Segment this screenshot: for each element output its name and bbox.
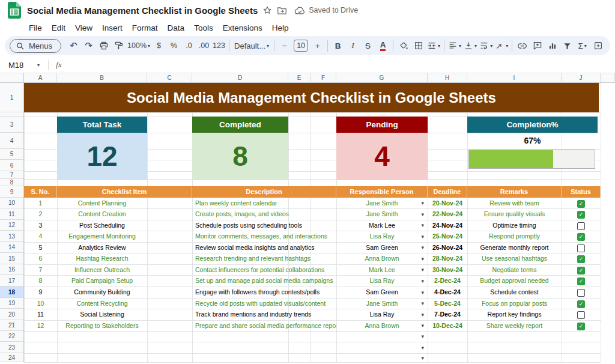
menus-button[interactable]: Menus	[10, 39, 61, 53]
responsible-person-cell[interactable]: Jane Smith▾	[336, 198, 428, 208]
column-header-a[interactable]: A	[24, 73, 57, 83]
responsible-person-cell[interactable]: Sam Green▾	[336, 287, 428, 298]
responsible-person-cell[interactable]: ▾	[336, 353, 428, 362]
row-header[interactable]: 20	[0, 309, 24, 320]
description-cell[interactable]: Engage with followers through contests/p…	[192, 287, 336, 298]
status-cell[interactable]: ✓	[562, 198, 601, 208]
deadline-cell[interactable]: 2-Dec-24	[428, 275, 467, 287]
deadline-cell[interactable]: 25-Nov-24	[428, 231, 467, 242]
remarks-cell[interactable]: Share weekly report	[467, 320, 562, 331]
column-header-f[interactable]: F	[311, 73, 336, 83]
status-cell[interactable]: ✓	[562, 298, 601, 309]
description-cell[interactable]: Monitor comments, messages, and interact…	[192, 231, 336, 242]
status-cell[interactable]: ✓	[562, 264, 601, 275]
italic-button[interactable]: I	[345, 38, 360, 53]
row-header[interactable]: 4	[0, 133, 24, 149]
status-cell[interactable]: ✓	[562, 253, 601, 264]
table-header-sno[interactable]: S. No.	[24, 186, 57, 198]
column-header-c[interactable]: C	[147, 73, 192, 83]
person-dropdown-icon[interactable]: ▾	[421, 222, 424, 228]
sno-cell[interactable]: 8	[24, 275, 57, 287]
person-dropdown-icon[interactable]: ▾	[421, 290, 424, 296]
person-dropdown-icon[interactable]: ▾	[421, 333, 424, 339]
undo-button[interactable]: ↶	[66, 38, 81, 53]
menu-tools[interactable]: Tools	[189, 22, 218, 34]
description-cell[interactable]: Contact influencers for potential collab…	[192, 264, 336, 275]
status-cell[interactable]: ✓	[562, 275, 601, 287]
menu-format[interactable]: Format	[127, 22, 163, 34]
deadline-cell[interactable]: 22-Nov-24	[428, 208, 467, 220]
person-dropdown-icon[interactable]: ▾	[421, 323, 424, 329]
responsible-person-cell[interactable]: Anna Brown▾	[336, 320, 428, 331]
checklist-item-cell[interactable]: Content Planning	[57, 198, 147, 208]
horizontal-align-button[interactable]: ▾	[447, 38, 462, 53]
menu-file[interactable]: File	[24, 22, 47, 34]
responsible-person-cell[interactable]: Lisa Ray▾	[336, 231, 428, 242]
deadline-cell[interactable]: 5-Dec-24	[428, 298, 467, 309]
status-checkbox[interactable]: ✓	[577, 300, 585, 308]
person-dropdown-icon[interactable]: ▾	[421, 300, 424, 306]
column-header-g[interactable]: G	[336, 73, 428, 83]
responsible-person-cell[interactable]: Anna Brown▾	[336, 253, 428, 264]
status-checkbox[interactable]: ✓	[577, 267, 585, 275]
decrease-font-size-button[interactable]: −	[277, 38, 292, 53]
row-header[interactable]: 16	[0, 264, 24, 275]
font-select[interactable]: Default...▾	[232, 38, 271, 53]
text-wrap-button[interactable]: ▾	[478, 38, 494, 53]
star-icon[interactable]	[262, 5, 272, 15]
sheet-title-banner[interactable]: Social Media Management Checklist in Goo…	[24, 83, 599, 112]
total-task-header[interactable]: Total Task	[57, 117, 147, 133]
number-format-button[interactable]: 123	[211, 38, 226, 53]
insert-comment-button[interactable]	[530, 38, 545, 53]
deadline-cell[interactable]: 20-Nov-24	[428, 198, 467, 208]
row-header[interactable]: 18	[0, 287, 24, 298]
responsible-person-cell[interactable]: ▾	[336, 342, 428, 353]
person-dropdown-icon[interactable]: ▾	[421, 278, 424, 284]
remarks-cell[interactable]: Respond promptly	[467, 231, 562, 242]
description-cell[interactable]: Schedule posts using scheduling tools	[192, 220, 336, 231]
column-header-e[interactable]: E	[288, 73, 311, 83]
completion-progress-bar[interactable]	[468, 150, 595, 169]
functions-button[interactable]: Σ▾	[575, 38, 590, 53]
responsible-person-cell[interactable]: Mark Lee▾	[336, 220, 428, 231]
row-header[interactable]: 22	[0, 331, 24, 342]
row-header[interactable]: 17	[0, 275, 24, 287]
column-header-j[interactable]: J	[562, 73, 601, 83]
sno-cell[interactable]: 11	[24, 309, 57, 320]
status-checkbox[interactable]	[577, 289, 585, 297]
decrease-decimal-button[interactable]: .0	[181, 38, 196, 53]
description-cell[interactable]: Recycle old posts with updated visuals/c…	[192, 298, 336, 309]
remarks-cell[interactable]: Generate monthly report	[467, 242, 562, 253]
row-header[interactable]: 14	[0, 242, 24, 253]
status-cell[interactable]	[562, 242, 601, 253]
name-box[interactable]: M18 ▾	[8, 61, 40, 70]
remarks-cell[interactable]: Schedule contest	[467, 287, 562, 298]
person-dropdown-icon[interactable]: ▾	[421, 200, 424, 206]
row-header[interactable]: 19	[0, 298, 24, 309]
redo-button[interactable]: ↷	[81, 38, 96, 53]
row-header[interactable]	[0, 112, 24, 117]
text-rotation-button[interactable]: ▾	[494, 38, 509, 53]
insert-chart-button[interactable]	[545, 38, 560, 53]
table-header-remarks[interactable]: Remarks	[467, 186, 562, 198]
create-filter-button[interactable]	[560, 38, 575, 53]
responsible-person-cell[interactable]: Jane Smith▾	[336, 208, 428, 220]
font-size-input[interactable]: 10	[294, 40, 308, 52]
table-header-deadline[interactable]: Deadline	[428, 186, 467, 198]
row-header[interactable]: 5	[0, 149, 24, 160]
menu-help[interactable]: Help	[267, 22, 294, 34]
checklist-item-cell[interactable]: Reporting to Stakeholders	[57, 320, 147, 331]
row-header[interactable]: 7	[0, 171, 24, 179]
remarks-cell[interactable]: Ensure quality visuals	[467, 208, 562, 220]
status-cell[interactable]	[562, 309, 601, 320]
checklist-item-cell[interactable]: Analytics Review	[57, 242, 147, 253]
table-header-status[interactable]: Status	[562, 186, 601, 198]
row-header[interactable]: 3	[0, 117, 24, 133]
completion-percent[interactable]: 67%	[467, 133, 598, 148]
menu-extensions[interactable]: Extensions	[218, 22, 267, 34]
menu-view[interactable]: View	[70, 22, 97, 34]
row-header[interactable]: 10	[0, 198, 24, 208]
row-header[interactable]: 24	[0, 353, 24, 362]
checklist-item-cell[interactable]: Post Scheduling	[57, 220, 147, 231]
status-checkbox[interactable]: ✓	[577, 255, 585, 263]
